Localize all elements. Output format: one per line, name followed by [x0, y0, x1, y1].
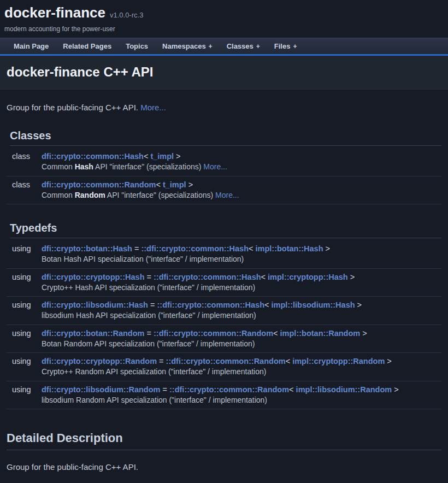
title-area: docker-finance v1.0.0-rc.3 modern accoun…	[0, 0, 448, 33]
nav-tab-label: Main Page	[14, 42, 49, 50]
more-link[interactable]: More...	[215, 191, 239, 199]
template-close: >	[360, 329, 367, 338]
typedef-link[interactable]: dfi::crypto::cryptopp::Random	[42, 357, 157, 366]
table-row: Botan Random API specialization ("interf…	[7, 338, 441, 352]
template-close: >	[392, 385, 399, 394]
nav-tab-files[interactable]: Files+	[267, 38, 304, 54]
member-keyword: using	[7, 381, 42, 394]
row-separator	[7, 409, 441, 409]
member-definition: dfi::crypto::libsodium::Hash = ::dfi::cr…	[42, 297, 441, 310]
intro-text: Group for the public-facing C++ API.	[7, 103, 138, 112]
template-open: <	[286, 357, 293, 366]
nav-tab-classes[interactable]: Classes+	[220, 38, 267, 54]
impl-link[interactable]: impl::botan::Hash	[256, 244, 323, 253]
typedef-link[interactable]: dfi::crypto::botan::Random	[42, 329, 144, 338]
table-row: using dfi::crypto::botan::Random = ::dfi…	[7, 325, 441, 338]
member-definition: dfi::crypto::libsodium::Random = ::dfi::…	[42, 381, 441, 394]
classes-heading: Classes	[10, 129, 441, 146]
type-link[interactable]: ::dfi::crypto::common::Hash	[141, 244, 249, 253]
template-close: >	[348, 273, 355, 281]
spacer-cell	[7, 161, 42, 175]
page-title: docker-finance C++ API	[7, 64, 441, 80]
more-link[interactable]: More...	[203, 162, 227, 171]
nav-tab-label: Topics	[126, 42, 148, 50]
nav-tab-topics[interactable]: Topics	[119, 38, 155, 54]
typedefs-heading: Typedefs	[10, 222, 441, 238]
member-description: Crypto++ Random API specialization ("int…	[42, 366, 441, 380]
type-link[interactable]: ::dfi::crypto::common::Random	[169, 385, 289, 394]
template-close: >	[355, 301, 362, 309]
impl-link[interactable]: impl::libsodium::Random	[296, 385, 392, 394]
member-definition: dfi::crypto::common::Random< t_impl >	[42, 176, 441, 190]
type-link[interactable]: ::dfi::crypto::common::Hash	[154, 273, 261, 281]
equals-sign: =	[145, 273, 154, 281]
member-keyword: using	[7, 240, 42, 254]
description-emphasis: Random	[75, 191, 105, 199]
template-close: >	[186, 180, 193, 189]
nav-tab-main-page[interactable]: Main Page	[7, 38, 56, 54]
expand-plus-icon[interactable]: +	[256, 43, 260, 50]
table-row: using dfi::crypto::botan::Hash = ::dfi::…	[7, 240, 441, 254]
template-close: >	[385, 357, 392, 366]
nav-tab-label: Namespaces	[162, 42, 206, 50]
impl-link[interactable]: impl::cryptopp::Hash	[268, 273, 348, 281]
type-link[interactable]: ::dfi::crypto::common::Hash	[157, 301, 264, 309]
nav-tab-namespaces[interactable]: Namespaces+	[155, 38, 220, 54]
class-link[interactable]: dfi::crypto::common::Hash	[42, 152, 144, 161]
nav-tab-label: Classes	[227, 42, 254, 50]
type-link[interactable]: ::dfi::crypto::common::Random	[166, 357, 286, 366]
template-open: <	[249, 244, 256, 253]
member-keyword: using	[7, 268, 42, 282]
template-open: <	[289, 385, 296, 394]
member-description: libsodium Hash API specialization ("inte…	[42, 310, 441, 324]
description-emphasis: Hash	[75, 162, 93, 171]
typedef-link[interactable]: dfi::crypto::libsodium::Random	[42, 385, 160, 394]
member-keyword: class	[7, 148, 42, 161]
project-name: docker-finance	[4, 4, 105, 21]
more-link[interactable]: More...	[140, 103, 166, 112]
description-text: Common	[42, 191, 75, 199]
description-text: API "interface" (specializations)	[93, 162, 203, 171]
table-row: libsodium Random API specialization ("in…	[7, 394, 441, 409]
table-row: libsodium Hash API specialization ("inte…	[7, 310, 441, 324]
template-param-link[interactable]: t_impl	[163, 180, 186, 189]
spacer-cell	[7, 338, 42, 352]
expand-plus-icon[interactable]: +	[209, 43, 213, 50]
detailed-description-text: Group for the public-facing C++ API.	[7, 462, 441, 472]
table-row: using dfi::crypto::cryptopp::Random = ::…	[7, 353, 441, 367]
member-description: Crypto++ Hash API specialization ("inter…	[42, 282, 441, 296]
member-keyword: using	[7, 353, 42, 367]
expand-plus-icon[interactable]: +	[293, 43, 297, 50]
table-row: using dfi::crypto::libsodium::Hash = ::d…	[7, 297, 441, 310]
member-definition: dfi::crypto::cryptopp::Hash = ::dfi::cry…	[42, 268, 441, 282]
nav-tab-related-pages[interactable]: Related Pages	[56, 38, 119, 54]
table-row: Common Random API "interface" (specializ…	[7, 190, 441, 204]
impl-link[interactable]: impl::libsodium::Hash	[272, 301, 355, 309]
member-description: Botan Hash API specialization ("interfac…	[42, 254, 441, 268]
equals-sign: =	[160, 385, 169, 394]
template-close: >	[174, 152, 181, 161]
nav-tab-label: Files	[274, 42, 291, 50]
description-text: API "interface" (specializations)	[105, 191, 215, 199]
member-definition: dfi::crypto::common::Hash< t_impl >	[42, 148, 441, 161]
nav-tab-label: Related Pages	[63, 42, 111, 50]
typedef-link[interactable]: dfi::crypto::cryptopp::Hash	[42, 273, 145, 281]
equals-sign: =	[144, 329, 154, 338]
typedef-link[interactable]: dfi::crypto::botan::Hash	[42, 244, 132, 253]
class-link[interactable]: dfi::crypto::common::Random	[42, 180, 156, 189]
project-version: v1.0.0-rc.3	[110, 11, 143, 19]
spacer-cell	[7, 254, 42, 268]
template-param-link[interactable]: t_impl	[150, 152, 174, 161]
classes-table: class dfi::crypto::common::Hash< t_impl …	[7, 148, 441, 204]
template-open: <	[261, 273, 268, 281]
impl-link[interactable]: impl::botan::Random	[280, 329, 361, 338]
page-header: docker-finance C++ API	[0, 56, 448, 91]
type-link[interactable]: ::dfi::crypto::common::Random	[154, 329, 273, 338]
spacer-cell	[7, 394, 42, 409]
typedefs-table: using dfi::crypto::botan::Hash = ::dfi::…	[7, 240, 441, 409]
typedef-link[interactable]: dfi::crypto::libsodium::Hash	[42, 301, 148, 309]
impl-link[interactable]: impl::cryptopp::Random	[292, 357, 385, 366]
template-open: <	[144, 152, 151, 161]
template-close: >	[323, 244, 331, 253]
table-row: Crypto++ Random API specialization ("int…	[7, 366, 441, 380]
